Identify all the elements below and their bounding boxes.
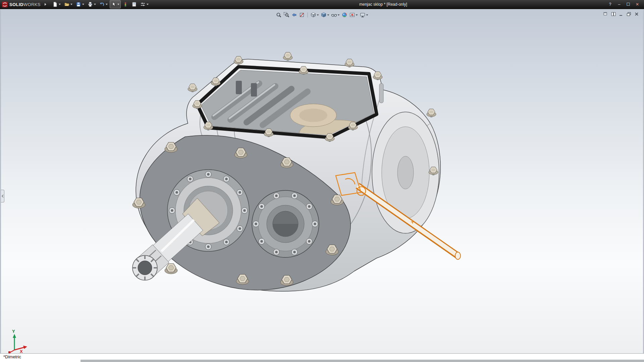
apply-scene-icon xyxy=(350,12,355,18)
solidworks-window: SOLIDWORKS xyxy=(0,0,644,362)
document-window-controls xyxy=(603,11,640,16)
app-logo: SOLIDWORKS xyxy=(0,2,43,7)
dropdown-caret-icon[interactable] xyxy=(59,4,61,5)
collapse-arrow-icon xyxy=(2,195,4,197)
tile-windows-icon xyxy=(611,12,616,16)
file-properties-button[interactable] xyxy=(130,0,138,8)
printer-icon xyxy=(88,2,93,7)
model-3d[interactable]: Y X xyxy=(1,9,643,353)
dropdown-caret-icon[interactable] xyxy=(356,14,358,16)
options-button[interactable] xyxy=(139,0,150,8)
apply-scene-button[interactable] xyxy=(349,11,359,18)
task-pane-collapse-tab[interactable] xyxy=(1,190,4,202)
zoom-to-area-button[interactable] xyxy=(283,11,290,18)
dropdown-caret-icon[interactable] xyxy=(366,14,368,16)
new-window-icon xyxy=(603,12,608,16)
tile-windows-button[interactable] xyxy=(610,11,616,16)
solidworks-logo-icon xyxy=(2,2,8,7)
zoom-to-area-icon xyxy=(284,12,289,18)
dropdown-caret-icon[interactable] xyxy=(70,4,72,5)
previous-view-button[interactable] xyxy=(291,11,298,18)
file-properties-icon xyxy=(131,2,137,7)
undo-arrow-icon xyxy=(99,2,105,7)
close-button[interactable]: ✕ xyxy=(633,1,641,7)
menu-expand-arrow-icon[interactable] xyxy=(45,3,46,6)
status-bar: *Dimetric xyxy=(0,353,644,360)
dropdown-caret-icon[interactable] xyxy=(106,4,108,5)
view-settings-icon xyxy=(360,12,366,18)
maximize-button[interactable]: ☐ xyxy=(624,1,632,7)
section-view-button[interactable] xyxy=(299,11,306,18)
view-orientation-cube-icon xyxy=(311,12,316,18)
close-document-button[interactable] xyxy=(634,11,640,16)
edit-appearance-button[interactable] xyxy=(341,11,348,18)
triad-x-label: X xyxy=(20,349,23,353)
edit-appearance-sphere-icon xyxy=(342,12,347,18)
rebuild-button[interactable] xyxy=(121,0,129,8)
heads-up-toolbar xyxy=(275,11,369,18)
dropdown-caret-icon[interactable] xyxy=(327,14,329,16)
dropdown-caret-icon[interactable] xyxy=(338,14,340,16)
view-orientation-label: *Dimetric xyxy=(0,354,21,359)
print-button[interactable] xyxy=(86,0,97,8)
open-button[interactable] xyxy=(63,0,74,8)
hide-show-glasses-icon xyxy=(331,12,337,18)
view-settings-button[interactable] xyxy=(359,11,369,18)
open-folder-icon xyxy=(64,2,69,7)
section-view-icon xyxy=(299,12,305,18)
restore-icon xyxy=(627,12,631,16)
title-bar: SOLIDWORKS xyxy=(0,0,644,9)
view-orientation-button[interactable] xyxy=(310,11,320,18)
save-button[interactable] xyxy=(74,0,86,8)
display-style-button[interactable] xyxy=(320,11,330,18)
undo-button[interactable] xyxy=(98,0,109,8)
window-title: menjac sklop * [Read-only] xyxy=(359,2,407,7)
zoom-to-fit-button[interactable] xyxy=(275,11,282,18)
reference-triad: Y X xyxy=(8,329,27,353)
graphics-area[interactable]: Y X xyxy=(0,9,644,353)
new-button[interactable] xyxy=(51,0,62,8)
restore-document-button[interactable] xyxy=(626,11,632,16)
rebuild-stoplight-icon xyxy=(123,2,128,7)
standard-toolbar xyxy=(51,0,150,8)
minimize-document-button[interactable] xyxy=(618,11,624,16)
new-window-button[interactable] xyxy=(603,11,609,16)
options-sliders-icon xyxy=(140,2,146,7)
zoom-to-fit-icon xyxy=(276,12,282,18)
select-cursor-icon xyxy=(111,2,116,7)
previous-view-icon xyxy=(291,12,297,18)
bottom-edge xyxy=(0,360,644,362)
dropdown-caret-icon[interactable] xyxy=(82,4,84,5)
window-controls: ? – ☐ ✕ xyxy=(606,1,644,7)
select-button[interactable] xyxy=(110,0,121,8)
toolbar-separator xyxy=(308,12,308,17)
hide-show-items-button[interactable] xyxy=(331,11,340,18)
dropdown-caret-icon[interactable] xyxy=(94,4,96,5)
output-boss[interactable] xyxy=(252,190,319,257)
minimize-icon xyxy=(619,12,624,16)
new-document-icon xyxy=(52,2,58,7)
save-floppy-icon xyxy=(76,2,81,7)
help-button[interactable]: ? xyxy=(606,1,614,7)
dropdown-caret-icon[interactable] xyxy=(117,4,119,5)
dropdown-caret-icon[interactable] xyxy=(147,4,149,5)
app-name: SOLIDWORKS xyxy=(9,2,41,7)
close-icon xyxy=(634,12,639,16)
minimize-button[interactable]: – xyxy=(615,1,623,7)
triad-y-label: Y xyxy=(12,329,15,334)
display-style-icon xyxy=(321,12,327,18)
dropdown-caret-icon[interactable] xyxy=(317,14,319,16)
